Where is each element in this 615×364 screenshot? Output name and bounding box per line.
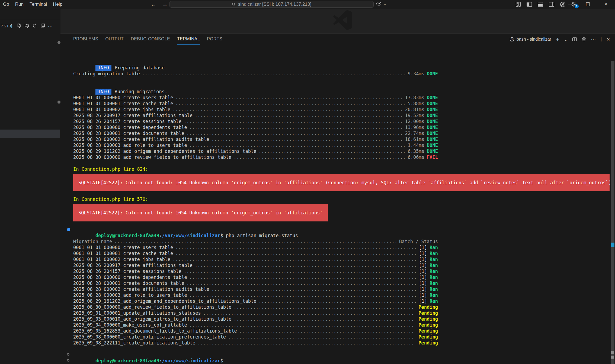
collapse-folders-icon[interactable] xyxy=(40,23,45,28)
dotted-leader: ........................................… xyxy=(233,154,405,160)
dotted-leader: ........................................… xyxy=(259,298,417,304)
error-location: In Connection.php line 824: xyxy=(73,166,610,172)
menu-item[interactable]: Terminal xyxy=(27,0,50,9)
migration-result-row: 2025_08_28_000000_create_dependents_tabl… xyxy=(73,124,438,130)
dotted-leader: ........................................… xyxy=(212,286,417,292)
toggle-secondary-sidebar-icon[interactable] xyxy=(549,1,555,7)
menu-item[interactable]: Help xyxy=(50,0,65,9)
command-decoration-icon[interactable] xyxy=(67,359,69,362)
dotted-leader: ........................................… xyxy=(239,328,414,334)
new-terminal-icon[interactable]: + xyxy=(556,36,559,43)
batch-number: [1] xyxy=(419,274,427,280)
window-controls: ─ ☐ ✕ xyxy=(560,0,615,9)
panel-more-actions-icon[interactable]: ··· xyxy=(591,37,596,42)
migration-status-row: 2025_09_01_000001_update_affiliations_st… xyxy=(73,310,438,316)
migration-status-row: 2025_08_26_204157_create_sessions_table … xyxy=(73,268,438,274)
menu-item[interactable]: Go xyxy=(0,0,12,9)
status-badge: Ran xyxy=(430,286,438,292)
toggle-primary-sidebar-icon[interactable] xyxy=(526,1,532,7)
batch-number: [1] xyxy=(419,298,427,304)
shell-prompt-line: deploy@racknerd-83faa49:/var/www/sindica… xyxy=(73,352,610,358)
error-message-block: SQLSTATE[42S22]: Column not found: 1054 … xyxy=(73,204,328,221)
copilot-menu[interactable]: ⌄ xyxy=(376,1,386,7)
editor-area xyxy=(60,9,615,33)
maximize-button[interactable]: ☐ xyxy=(579,0,597,9)
terminal-session[interactable]: $ bash - sindicalizar xyxy=(510,37,551,42)
customize-layout-icon[interactable] xyxy=(515,1,521,7)
status-badge: Pending xyxy=(418,340,438,346)
kill-terminal-trash-icon[interactable] xyxy=(582,37,586,42)
panel-tab[interactable]: TERMINAL xyxy=(177,34,200,45)
terminal-viewport[interactable]: INFOPreparing database. Creating migrati… xyxy=(60,45,610,364)
dotted-leader: ........................................… xyxy=(233,316,414,322)
migration-results: 0001_01_01_000000_create_users_table ...… xyxy=(73,95,610,160)
terminal-line: INFORunning migrations. xyxy=(73,83,610,89)
toggle-panel-icon[interactable] xyxy=(537,1,543,7)
command-decoration-icon[interactable] xyxy=(67,228,70,231)
migration-result-row: 2025_08_29_161202_add_origem_and_depende… xyxy=(73,148,438,154)
scrollbar-command-marker xyxy=(611,243,614,247)
dotted-leader: ........................................… xyxy=(186,280,417,286)
dotted-leader: ........................................… xyxy=(212,136,403,142)
batch-number: [1] xyxy=(419,256,427,262)
forward-arrow-icon[interactable]: → xyxy=(162,1,168,8)
sidebar-dot-indicator xyxy=(57,101,60,104)
minimize-button[interactable]: ─ xyxy=(560,0,579,9)
migration-status-row: 2025_08_28_000002_create_affiliation_aud… xyxy=(73,286,438,292)
bash-terminal-icon: $ xyxy=(510,37,514,42)
refresh-icon[interactable] xyxy=(32,23,37,28)
status-badge: DONE xyxy=(427,136,438,142)
more-actions-icon[interactable]: ··· xyxy=(48,24,53,28)
command-center-search[interactable]: sindicalizar [SSH: 107.174.137.213] xyxy=(169,1,374,8)
status-badge: Ran xyxy=(430,268,438,274)
panel-tab[interactable]: DEBUG CONSOLE xyxy=(131,34,170,45)
status-badge: Ran xyxy=(430,292,438,298)
migration-status-row: 0001_01_01_000001_create_cache_table ...… xyxy=(73,250,438,256)
panel-tab[interactable]: PORTS xyxy=(207,34,222,45)
explorer-actions: ··· xyxy=(17,23,53,28)
terminal-dropdown-icon[interactable]: ⌄ xyxy=(564,37,568,42)
status-badge: Ran xyxy=(430,244,438,250)
vscode-window: GoRunTerminalHelp ← → sindicalizar [SSH:… xyxy=(0,0,615,364)
menu-bar: GoRunTerminalHelp xyxy=(0,0,65,9)
migration-result-row: 2025_08_26_204157_create_sessions_table … xyxy=(73,118,438,124)
info-badge: INFO xyxy=(95,65,111,71)
split-terminal-icon[interactable] xyxy=(572,37,577,42)
batch-number: [1] xyxy=(419,262,427,268)
close-button[interactable]: ✕ xyxy=(597,0,615,9)
typed-command: php artisan migrate:status xyxy=(223,233,298,238)
status-badge: Ran xyxy=(430,256,438,262)
migration-status-row: 2025_09_05_162853_add_document_fields_to… xyxy=(73,328,438,334)
ssh-host-label: 7.213] xyxy=(0,24,12,28)
status-badge: DONE xyxy=(427,130,438,136)
command-decoration-icon[interactable] xyxy=(67,353,69,356)
batch-number: [1] xyxy=(419,268,427,274)
new-file-icon[interactable] xyxy=(17,23,21,28)
new-folder-icon[interactable] xyxy=(24,23,29,28)
status-badge: DONE xyxy=(427,142,438,148)
back-arrow-icon[interactable]: ← xyxy=(151,1,156,8)
status-done: DONE xyxy=(427,71,438,77)
panel-tab[interactable]: OUTPUT xyxy=(105,34,124,45)
status-badge: Ran xyxy=(430,250,438,256)
menu-item[interactable]: Run xyxy=(12,0,27,9)
dotted-leader: ........................................… xyxy=(195,112,403,118)
dotted-leader: ........................................… xyxy=(189,274,417,280)
panel-tab[interactable]: PROBLEMS xyxy=(73,34,98,45)
migration-status-row: 2025_08_28_000001_create_documents_table… xyxy=(73,280,438,286)
search-value: sindicalizar [SSH: 107.174.137.213] xyxy=(238,2,311,7)
dotted-leader: ........................................… xyxy=(172,107,403,112)
migration-status-row: 2025_08_29_161202_add_origem_and_depende… xyxy=(73,298,438,304)
migration-status-table: 0001_01_01_000000_create_users_table ...… xyxy=(73,244,610,346)
close-panel-icon[interactable]: ✕ xyxy=(607,37,610,42)
dotted-leader: ........................................… xyxy=(142,71,406,77)
status-badge: Ran xyxy=(430,262,438,268)
selected-file-row[interactable] xyxy=(0,130,60,138)
status-badge: FAIL xyxy=(427,154,438,160)
vscode-logo-watermark xyxy=(332,9,353,31)
migration-status-row: 2025_09_03_000010_add_origem_outros_to_a… xyxy=(73,316,438,322)
status-badge: Pending xyxy=(418,322,438,328)
status-badge: Pending xyxy=(418,310,438,316)
error-message-block: SQLSTATE[42S22]: Column not found: 1054 … xyxy=(73,174,610,191)
terminal-scrollbar[interactable] xyxy=(611,61,614,364)
